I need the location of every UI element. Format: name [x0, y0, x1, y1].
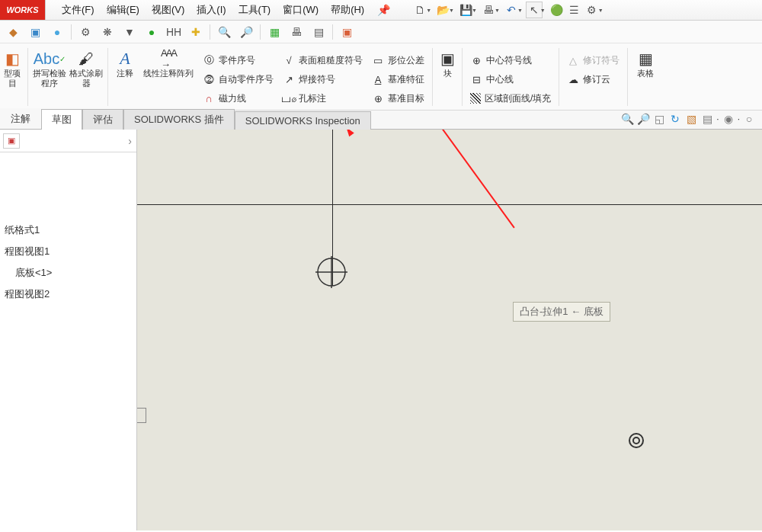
- tool-icon[interactable]: ▼: [121, 24, 138, 40]
- weld-icon: ↗: [283, 73, 295, 85]
- menu-help[interactable]: 帮助(H): [325, 1, 370, 19]
- model-item-button[interactable]: ◧ 型项目: [0, 48, 24, 110]
- centersym-label: 中心符号线: [486, 54, 532, 67]
- magline-button[interactable]: ∩磁力线: [198, 91, 278, 106]
- holeannot-label: 孔标注: [299, 92, 326, 105]
- edge-marker: [137, 408, 146, 423]
- tab-addons[interactable]: SOLIDWORKS 插件: [123, 109, 235, 130]
- menu-window[interactable]: 窗口(W): [277, 1, 324, 19]
- partno-label: 零件序号: [219, 54, 255, 67]
- menu-file[interactable]: 文件(F): [56, 1, 100, 19]
- tab-eval[interactable]: 评估: [82, 109, 123, 130]
- tab-sketch[interactable]: 草图: [41, 109, 82, 130]
- menu-edit[interactable]: 编辑(E): [101, 1, 145, 19]
- cloud-icon: ☁: [567, 73, 579, 85]
- menu-insert[interactable]: 插入(I): [191, 1, 231, 19]
- geotol-label: 形位公差: [388, 54, 424, 67]
- dropdown-icon[interactable]: ▼: [426, 8, 431, 13]
- dropdown-icon[interactable]: ▼: [449, 8, 454, 13]
- autoballoon-icon: ⓶: [203, 73, 215, 85]
- pin-icon[interactable]: 📌: [377, 4, 390, 16]
- zoom-icon[interactable]: 🔍: [620, 112, 634, 126]
- linearpat-label: 线性注释阵列: [143, 69, 194, 79]
- tree-tab-icon[interactable]: ▣: [3, 133, 20, 149]
- tool-icon[interactable]: ◆: [5, 24, 21, 40]
- tool-icon[interactable]: ▣: [338, 24, 355, 40]
- tool-icon[interactable]: ✚: [187, 24, 204, 40]
- dropdown-icon[interactable]: ▼: [517, 8, 523, 13]
- tool-icon[interactable]: ●: [49, 24, 66, 40]
- gear-icon[interactable]: ❋: [99, 24, 116, 40]
- dropdown-icon[interactable]: ▼: [472, 8, 477, 13]
- binoculars-icon[interactable]: 🔎: [238, 24, 255, 40]
- spellcheck-label: 拼写检验程序: [31, 69, 68, 88]
- weldsym-label: 焊接符号: [299, 73, 335, 86]
- view-icon[interactable]: ◱: [652, 112, 666, 126]
- view-icon[interactable]: ▤: [700, 112, 714, 126]
- rotate-icon[interactable]: ↻: [668, 112, 682, 126]
- magline-label: 磁力线: [219, 92, 246, 105]
- rebuild-icon[interactable]: 🟢: [549, 2, 565, 18]
- dropdown-icon[interactable]: ▼: [495, 8, 500, 13]
- options-icon[interactable]: ☰: [566, 2, 583, 18]
- autopartno-label: 自动零件序号: [219, 73, 274, 86]
- weldsym-button[interactable]: ↗焊接符号: [278, 72, 367, 87]
- centersym-icon: ⊕: [470, 54, 482, 66]
- model-item-label: 型项目: [0, 69, 24, 88]
- tree-item[interactable]: 纸格式1: [3, 220, 133, 241]
- drawing-canvas[interactable]: 凸台-拉伸1 ← 底板: [137, 130, 762, 530]
- spellcheck-button[interactable]: Abc✓ 拼写检验程序: [31, 48, 68, 110]
- expand-icon[interactable]: ›: [128, 135, 132, 147]
- revcloud-button[interactable]: ☁修订云: [562, 72, 624, 87]
- block-button[interactable]: ▣ 块: [436, 48, 459, 110]
- revcloud-label: 修订云: [583, 73, 610, 86]
- tool-icon[interactable]: ▦: [266, 24, 283, 40]
- table-button[interactable]: ▦ 表格: [631, 48, 660, 110]
- revsym-button[interactable]: △修订符号: [562, 53, 624, 68]
- tree-item[interactable]: 程图视图2: [3, 284, 133, 305]
- tree-item[interactable]: 底板<1>: [3, 262, 133, 284]
- view-icon[interactable]: ◉: [722, 112, 735, 126]
- zoomfit-icon[interactable]: 🔎: [636, 112, 650, 126]
- dropdown-icon[interactable]: ▼: [598, 8, 604, 13]
- geotol-button[interactable]: ▭形位公差: [367, 53, 429, 68]
- separator: [27, 48, 28, 106]
- surfrough-button[interactable]: √表面粗糙度符号: [278, 53, 367, 68]
- tab-inspection[interactable]: SOLIDWORKS Inspection: [235, 111, 371, 130]
- partno-button[interactable]: ⓪零件序号: [198, 53, 278, 68]
- centersym-button[interactable]: ⊕中心符号线: [466, 53, 555, 68]
- hatch-label: 区域剖面线/填充: [485, 92, 551, 105]
- separator: [107, 48, 108, 106]
- menu-view[interactable]: 视图(V): [146, 1, 190, 19]
- gear-icon[interactable]: ⚙: [77, 24, 94, 40]
- tool-icon[interactable]: ▤: [310, 24, 327, 40]
- note-button[interactable]: A 注释: [111, 48, 139, 110]
- tool-icon[interactable]: ▣: [27, 24, 43, 40]
- tool-icon[interactable]: ●: [143, 24, 160, 40]
- note-icon: A: [116, 50, 134, 68]
- formatbrush-label: 格式涂刷器: [68, 69, 104, 88]
- separator: [627, 48, 628, 106]
- autopartno-button[interactable]: ⓶自动零件序号: [198, 72, 278, 87]
- holeannot-button[interactable]: ⌴∅孔标注: [278, 91, 367, 106]
- menu-tools[interactable]: 工具(T): [233, 1, 277, 19]
- display-icon[interactable]: ▧: [684, 112, 698, 126]
- hatch-button[interactable]: 区域剖面线/填充: [466, 91, 555, 106]
- separator: [71, 24, 72, 40]
- datum-icon: A: [372, 73, 384, 85]
- centerline-button[interactable]: ⊟中心线: [466, 72, 555, 87]
- separator: [260, 24, 261, 40]
- search-icon[interactable]: 🔍: [216, 24, 232, 40]
- dropdown-icon[interactable]: ▼: [540, 8, 546, 13]
- tree-item[interactable]: 程图视图1: [3, 241, 133, 262]
- red-arrow-head: [344, 130, 354, 136]
- formatbrush-button[interactable]: 🖌 格式涂刷器: [68, 48, 104, 110]
- view-icon[interactable]: ○: [742, 112, 756, 126]
- linearpat-button[interactable]: AAA→ 线性注释阵列: [139, 48, 198, 110]
- tab-note[interactable]: 注解: [0, 108, 41, 129]
- tool-icon[interactable]: HH: [165, 24, 182, 40]
- print-icon[interactable]: 🖶: [288, 24, 305, 40]
- datumfeat-button[interactable]: A基准特征: [367, 72, 429, 87]
- note-label: 注释: [117, 69, 133, 79]
- datumtarget-button[interactable]: ⊕基准目标: [367, 91, 429, 106]
